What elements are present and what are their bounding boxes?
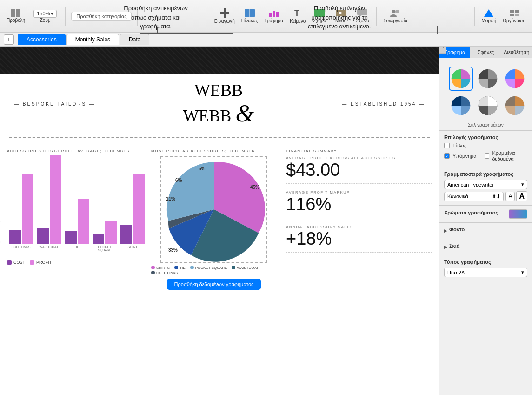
chart-type-select[interactable]: Πίτα 2Δ ▾ — [444, 268, 527, 277]
legend-checkbox[interactable]: ✓ — [444, 153, 450, 159]
hidden-data-checkbox[interactable] — [485, 153, 490, 159]
bar-pocketsquare-cost — [93, 234, 104, 244]
financial-stat-1: AVERAGE PROFIT MARKUP 116% — [286, 190, 432, 218]
font-size-small-btn[interactable]: A — [505, 192, 515, 201]
tab-data[interactable]: Data — [120, 34, 149, 45]
font-name-select[interactable]: American Typewriter ▾ — [444, 180, 527, 189]
format-button[interactable]: Μορφή — [479, 7, 499, 25]
format-label: Μορφή — [481, 18, 496, 23]
bar-group-shirt — [120, 174, 145, 244]
shadow-expand[interactable]: ▶ Σκιά — [444, 243, 527, 251]
colors-section: Χρώματα γραφήματος — [439, 205, 532, 222]
add-category-button[interactable]: Προσθήκη κατηγορίας — [71, 12, 132, 21]
color-swatch[interactable] — [509, 209, 527, 219]
toolbar-separator-2 — [137, 7, 138, 26]
font-size-large-btn[interactable]: A — [516, 191, 527, 201]
legend-cost: COST — [7, 260, 25, 265]
pie-legend-cuff: CUFF LINKS — [151, 271, 178, 275]
bar-tie-cost — [65, 231, 77, 244]
chart-styles-grid — [444, 62, 527, 122]
colors-title: Χρώματα γραφήματος — [444, 210, 498, 215]
panel-collapse-arrow[interactable]: ‹ — [439, 47, 446, 54]
page: — BESPOKE TAILORS — WEBB WEBB & — ESTABL… — [0, 47, 439, 395]
view-label: Προβολή — [7, 18, 25, 23]
svg-rect-0 — [11, 9, 15, 17]
shape-button[interactable]: Σχήμα — [309, 7, 330, 25]
bar-shirt-profit — [133, 174, 145, 244]
pie-chart-title: MOST POPULAR ACCESSORIES; DECEMBER — [151, 149, 277, 153]
media-label: Μέσα — [335, 18, 347, 23]
view-button[interactable]: Προβολή — [4, 7, 28, 25]
bar-group-cufflinks — [9, 174, 33, 244]
chart-type-title: Τύπος γραφήματος — [444, 259, 527, 265]
collaborate-button[interactable]: Συνεργασία — [380, 7, 410, 25]
comment-button[interactable]: Σχόλιο — [352, 7, 372, 25]
chart-styles-area: Στιλ γραφημάτων — [439, 58, 532, 130]
panel-tabs: Γράφημα Σφήνες Διευθέτηση — [439, 47, 532, 58]
panel-tab-sfines[interactable]: Σφήνες — [470, 47, 501, 58]
bar-pocketsquare-profit — [105, 221, 117, 244]
shadow-triangle: ▶ — [444, 245, 447, 249]
chart-style-4[interactable] — [449, 94, 473, 118]
title-checkbox[interactable] — [444, 143, 450, 148]
svg-marker-20 — [484, 9, 493, 17]
financial-stat-2: ANNUAL ACCESSORY SALES +18% — [286, 225, 432, 253]
svg-text:T: T — [294, 8, 299, 18]
bar-shirt-cost — [120, 225, 132, 244]
tab-add-button[interactable]: + — [4, 34, 14, 45]
y-labels: 140 105 70 35 0 — [0, 156, 0, 244]
svg-marker-16 — [357, 15, 362, 17]
pie-label-5: 5% — [199, 166, 205, 171]
hidden-data-label: Κρυμμένα δεδομένα — [492, 150, 527, 161]
stat-value-2: +18% — [286, 230, 432, 248]
shadow-title: Σκιά — [449, 243, 460, 248]
svg-point-18 — [395, 10, 399, 13]
toolbar-left: Προβολή 150%▾ Ζουμ Προσθήκη κατηγορίας — [4, 7, 140, 26]
tab-monthly-sales[interactable]: Monthly Sales — [66, 34, 119, 45]
text-button[interactable]: T Κείμενο — [287, 7, 308, 26]
font-section: Γραμματοσειρά γραφήματος American Typewr… — [439, 167, 532, 205]
insert-button[interactable]: Εισαγωγή — [212, 7, 238, 26]
font-style-select[interactable]: Κανονικά ⬆⬇ — [444, 192, 504, 201]
chart-style-2[interactable] — [476, 67, 500, 91]
pie-chart-container[interactable]: 5% 6% 11% 33% 45% — [160, 156, 267, 263]
bar-group-pocketsquare — [93, 221, 117, 244]
right-panel: ‹ Γράφημα Σφήνες Διευθέτηση — [439, 47, 532, 395]
svg-rect-21 — [510, 10, 514, 13]
bar-chart-section: ACCESSORIES COST/PROFIT AVERAGE; DECEMBE… — [7, 149, 146, 395]
chart-legend: COST PROFIT — [7, 260, 146, 265]
branding-row: — BESPOKE TAILORS — WEBB WEBB & — ESTABL… — [0, 74, 439, 134]
financial-title: FINANCIAL SUMMARY — [286, 149, 432, 153]
media-button[interactable]: Μέσα — [331, 7, 351, 25]
title-label: Τίτλος — [452, 143, 466, 148]
panel-tab-layout[interactable]: Διευθέτηση — [501, 47, 532, 58]
chart-style-1[interactable] — [449, 67, 473, 91]
background-triangle: ▶ — [444, 228, 447, 233]
svg-rect-24 — [515, 14, 519, 16]
chart-style-5[interactable] — [476, 94, 500, 118]
font-section-title: Γραμματοσειρά γραφήματος — [444, 171, 527, 177]
zoom-button[interactable]: 150%▾ Ζουμ — [31, 8, 60, 25]
content-grid: ACCESSORIES COST/PROFIT AVERAGE; DECEMBE… — [0, 144, 439, 395]
add-chart-data-button[interactable]: Προσθήκη δεδομένων γραφήματος — [167, 279, 261, 290]
chart-options-title: Επιλογές γραφήματος — [444, 134, 527, 140]
title-checkbox-row: Τίτλος — [444, 143, 527, 148]
chart-style-6[interactable] — [503, 94, 527, 118]
background-expand[interactable]: ▶ Φόντο — [444, 227, 527, 235]
svg-rect-12 — [314, 9, 325, 17]
stat-value-1: 116% — [286, 195, 432, 213]
svg-rect-8 — [269, 13, 272, 17]
pie-label-45: 45% — [250, 185, 259, 190]
chart-style-3[interactable] — [503, 67, 527, 91]
organize-button[interactable]: Οργάνωση — [500, 7, 528, 25]
chart-button[interactable]: Γράφημα — [262, 7, 286, 25]
font-style-row: Κανονικά ⬆⬇ A A — [444, 191, 527, 201]
brand-center: WEBB WEBB & — [183, 81, 254, 127]
table-button[interactable]: Πίνακας — [239, 7, 261, 25]
legend-profit: PROFIT — [30, 260, 52, 265]
brand-left: — BESPOKE TAILORS — — [14, 101, 95, 107]
tab-accessories[interactable]: Accessories — [18, 34, 66, 45]
text-label: Κείμενο — [290, 19, 306, 24]
bar-group-waistcoat — [37, 155, 61, 244]
stat-value-0: $43.00 — [286, 161, 432, 179]
